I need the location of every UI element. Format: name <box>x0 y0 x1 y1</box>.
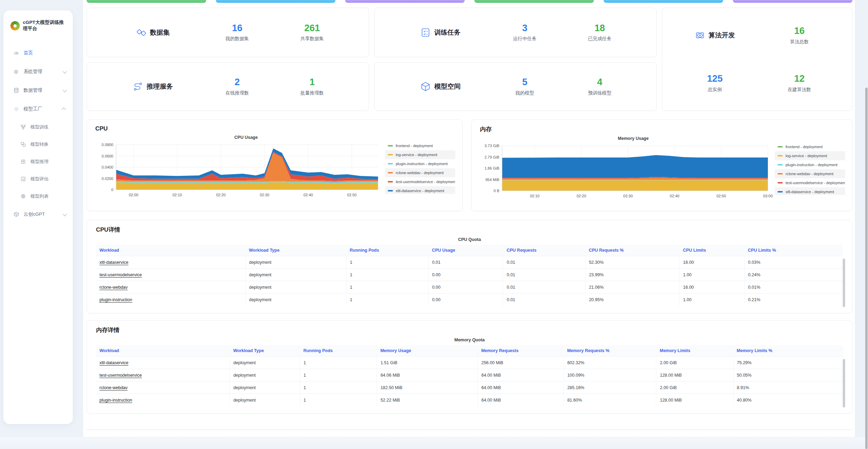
cpu-table-scrollbar[interactable] <box>843 259 845 307</box>
algorithm-dev-card[interactable]: 算法开发 16 算法总数 125 总实例 12 在建算法数 <box>662 8 852 111</box>
legend-item-log-service[interactable]: log-service - deployment <box>385 150 455 159</box>
table-cell: deployment <box>230 394 300 406</box>
table-cell: 64.00 MiB <box>478 381 564 394</box>
sidebar-item-system-management[interactable]: ⚙ 系统管理 <box>3 62 73 81</box>
sidebar-item-model-inference[interactable]: 模型推理 <box>3 153 73 170</box>
table-cell: rclone-webdav <box>96 281 245 294</box>
task-list-icon <box>420 27 431 38</box>
legend-item-test-usermodelservice[interactable]: test-usermodelservice - deployment <box>385 177 455 186</box>
quick-action-strip-2[interactable] <box>216 0 335 3</box>
svg-text:0.0800: 0.0800 <box>102 143 113 147</box>
sidebar-item-model-list[interactable]: 模型列表 <box>3 188 73 205</box>
workload-link[interactable]: test-usermodelservice <box>99 373 142 378</box>
column-header[interactable]: CPU Requests % <box>585 245 680 256</box>
sidebar-item-home[interactable]: 首页 <box>3 44 73 62</box>
model-space-card[interactable]: 模型空间 5 我的模型 4 预训练模型 <box>374 62 657 111</box>
svg-text:1.86 GiB: 1.86 GiB <box>484 166 499 170</box>
legend-label: test-usermodelservice - deployment <box>396 180 455 184</box>
column-header[interactable]: Memory Requests % <box>564 345 656 357</box>
table-cell: 256.00 MiB <box>478 357 564 369</box>
legend-item-plugin-instruction[interactable]: plugin-instruction - deployment <box>775 160 845 169</box>
card-title: 训练任务 <box>434 28 461 37</box>
sidebar-item-model-convert[interactable]: 模型转换 <box>3 136 73 153</box>
legend-item-rclone-webdav[interactable]: rclone-webdav - deployment <box>385 168 455 177</box>
quick-action-strip-6[interactable] <box>733 0 852 3</box>
sidebar-item-model-evaluate[interactable]: 模型评估 <box>3 170 73 188</box>
quick-action-strip-1[interactable] <box>87 0 206 3</box>
column-header[interactable]: Memory Usage <box>377 345 478 357</box>
training-tasks-card[interactable]: 训练任务 3 运行中任务 18 已完成任务 <box>374 8 657 57</box>
table-cell: 64.00 MiB <box>478 369 564 381</box>
svg-text:02:10: 02:10 <box>173 193 182 197</box>
column-header[interactable]: CPU Limits <box>680 245 745 256</box>
column-header[interactable]: Workload Type <box>230 345 300 357</box>
quick-action-strip-4[interactable] <box>474 0 594 3</box>
dashboard-icon <box>13 50 19 56</box>
quick-action-strip-3[interactable] <box>345 0 465 3</box>
workload-link[interactable]: rclone-webdav <box>99 385 128 390</box>
table-cell: 2.00 GiB <box>656 381 733 394</box>
workload-link[interactable]: test-usermodelservice <box>99 272 142 277</box>
column-header[interactable]: Memory Requests <box>478 345 564 357</box>
column-header[interactable]: Running Pods <box>300 345 377 357</box>
svg-text:02:40: 02:40 <box>670 194 680 198</box>
table-cell: 0.01% <box>744 281 843 294</box>
legend-label: rclone-webdav - deployment <box>786 172 833 176</box>
window-scrollbar-thumb[interactable] <box>865 88 868 449</box>
legend-item-frontend[interactable]: frontend - deployment <box>385 141 455 150</box>
column-header[interactable]: CPU Usage <box>428 245 503 256</box>
sidebar-item-model-training[interactable]: 模型训练 <box>3 118 73 136</box>
inference-service-card[interactable]: 推理服务 2 在线推理数 1 批量推理数 <box>87 62 369 111</box>
workload-link[interactable]: xltl-dataservice <box>99 260 128 265</box>
table-cell: 1.00 <box>680 269 745 281</box>
card-title: 数据集 <box>150 28 170 37</box>
quick-action-strip-5[interactable] <box>604 0 723 3</box>
column-header[interactable]: Running Pods <box>346 245 428 256</box>
table-cell: 128.00 MiB <box>656 369 733 381</box>
legend-item-rclone-webdav[interactable]: rclone-webdav - deployment <box>775 169 845 178</box>
column-header[interactable]: CPU Limits % <box>744 245 843 256</box>
table-cell: 0.00 <box>428 281 503 294</box>
workload-link[interactable]: xltl-dataservice <box>99 360 128 365</box>
cube-icon <box>420 81 431 92</box>
column-header[interactable]: Workload <box>96 345 230 357</box>
legend-item-plugin-instruction[interactable]: plugin-instruction - deployment <box>385 159 455 168</box>
stat-label: 共享数据集 <box>275 36 350 42</box>
legend-label: test-usermodelservice - deployment <box>786 181 845 185</box>
cpu-chart-legend: frontend - deploymentlog-service - deplo… <box>385 141 455 194</box>
table-cell: 40.80% <box>733 394 843 406</box>
legend-item-xltl-dataservice[interactable]: xltl-dataservice - deployment <box>385 186 455 194</box>
table-cell: xltl-dataservice <box>96 357 230 369</box>
atom-icon <box>695 30 705 41</box>
column-header[interactable]: Workload Type <box>245 245 346 256</box>
dataset-card[interactable]: 数据集 16 我的数据集 261 共享数据集 <box>87 8 369 57</box>
column-header[interactable]: Memory Limits <box>656 345 733 357</box>
sidebar-item-data-management[interactable]: 数据管理 <box>3 81 73 100</box>
workload-link[interactable]: plugin-instruction <box>99 297 132 302</box>
table-cell: 20.95% <box>585 294 680 306</box>
workload-link[interactable]: plugin-instruction <box>99 398 132 403</box>
sidebar-item-model-factory[interactable]: 模型工厂 <box>3 100 73 118</box>
table-cell: 182.50 MiB <box>377 381 478 394</box>
legend-item-xltl-dataservice[interactable]: xltl-dataservice - deployment <box>775 187 845 195</box>
svg-text:02:10: 02:10 <box>530 194 540 198</box>
workload-link[interactable]: rclone-webdav <box>99 285 128 290</box>
sidebar-item-yunchuang-cgpt[interactable]: 云创cGPT <box>3 205 73 224</box>
table-cell: test-usermodelservice <box>96 269 245 281</box>
network-icon <box>20 124 26 130</box>
column-header[interactable]: Memory Limits % <box>733 345 843 357</box>
quick-action-strips <box>87 0 852 3</box>
memory-usage-chart: 0 B954 MiB1.86 GiB2.79 GiB3.73 GiB02:100… <box>480 142 773 201</box>
legend-item-frontend[interactable]: frontend - deployment <box>775 142 845 151</box>
legend-item-test-usermodelservice[interactable]: test-usermodelservice - deployment <box>775 178 845 187</box>
svg-text:0.0200: 0.0200 <box>102 177 113 181</box>
memory-table-scrollbar[interactable] <box>843 359 845 407</box>
table-cell: 1 <box>346 281 428 294</box>
sidebar-item-label: 首页 <box>24 50 66 56</box>
column-header[interactable]: Workload <box>96 245 245 256</box>
column-header[interactable]: CPU Requests <box>503 245 585 256</box>
legend-item-log-service[interactable]: log-service - deployment <box>775 151 845 160</box>
table-row: rclone-webdavdeployment10.000.0121.06%16… <box>96 281 843 294</box>
card-title: 推理服务 <box>147 82 173 91</box>
card-title: 算法开发 <box>709 31 735 40</box>
